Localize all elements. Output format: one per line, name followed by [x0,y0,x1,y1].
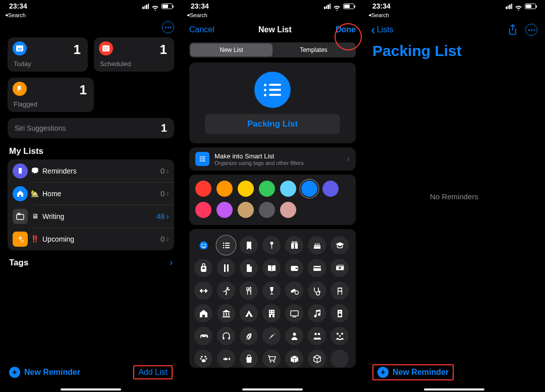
home-indicator[interactable] [242,388,303,390]
pin-icon[interactable] [262,236,281,254]
speaker-icon[interactable] [331,304,349,322]
book-open-icon[interactable] [262,259,281,277]
ruler-pencil-icon[interactable] [217,259,235,277]
color-swatch[interactable] [238,181,254,197]
color-swatch[interactable] [322,181,339,197]
cash-icon[interactable] [331,259,349,277]
backpack-icon[interactable] [194,259,212,277]
back-search-link[interactable]: Search [0,11,182,19]
color-swatch[interactable] [216,202,233,218]
done-button[interactable]: Done [336,25,356,34]
card-scheduled[interactable]: 1 Scheduled [94,37,174,72]
pills-icon[interactable] [285,282,303,300]
color-swatch[interactable] [280,202,296,218]
new-reminder-button[interactable]: + New Reminder [377,367,449,378]
pawprint-icon[interactable] [194,350,212,368]
box-icon[interactable] [285,350,303,368]
fish-icon[interactable] [217,350,235,368]
svg-rect-54 [202,290,205,291]
leaf-icon[interactable] [240,327,258,345]
tent-icon[interactable] [240,304,258,322]
section-tags[interactable]: Tags › [8,250,174,275]
birthday-cake-icon[interactable] [308,236,326,254]
graduation-cap-icon[interactable] [331,236,349,254]
credit-card-icon[interactable] [308,259,326,277]
icon-option[interactable] [331,350,349,368]
home-indicator[interactable] [424,388,484,390]
building-columns-icon[interactable] [217,304,235,322]
fork-knife-icon[interactable] [240,282,258,300]
color-swatch[interactable] [195,181,211,197]
chair-icon[interactable] [331,282,349,300]
battery-icon [525,4,536,9]
tv-icon[interactable] [285,304,303,322]
smart-list-row[interactable]: Make into Smart List Organize using tags… [189,147,356,171]
color-swatch[interactable] [259,181,275,197]
more-options-button[interactable] [525,24,537,36]
stethoscope-icon[interactable] [308,282,326,300]
label: Today [14,60,31,68]
svg-point-5 [105,47,106,48]
game-controller-icon[interactable] [194,327,212,345]
building-icon[interactable] [262,304,281,322]
list-bullet-icon[interactable] [217,236,235,254]
wifi-icon [151,4,159,9]
cart-icon[interactable] [262,350,281,368]
list-item[interactable]: 💭 Reminders 0 › [8,159,174,182]
label: Siri Suggestions [15,124,66,132]
list-item[interactable]: 🏡 Home 0 › [8,182,174,205]
headphones-icon[interactable] [217,327,235,345]
carrot-icon[interactable] [262,327,281,345]
list-name-input[interactable]: Packing List [205,114,340,134]
wine-glass-icon[interactable] [262,282,281,300]
color-swatch[interactable] [301,181,317,197]
card-today[interactable]: 22 1 Today [8,37,88,72]
person-icon[interactable] [285,327,303,345]
more-options-button[interactable] [162,21,174,33]
list-item[interactable]: ‼️ Upcoming 0 › [8,228,174,250]
back-to-lists-button[interactable]: Lists [371,25,394,34]
new-reminder-button[interactable]: + New Reminder [9,367,80,378]
share-icon[interactable] [508,24,517,35]
back-search-link[interactable]: Search [363,11,545,19]
two-persons-icon[interactable] [308,327,326,345]
svg-rect-35 [315,243,316,245]
bookmark-icon[interactable] [240,236,258,254]
family-icon[interactable] [331,327,349,345]
svg-rect-36 [316,243,317,245]
home-icon [13,186,28,201]
document-icon[interactable] [240,259,258,277]
cube-icon[interactable] [308,350,326,368]
running-icon[interactable] [217,282,235,300]
svg-rect-46 [313,267,321,268]
smiley-icon[interactable] [194,236,212,254]
color-swatch[interactable] [259,202,275,218]
back-search-link[interactable]: Search [182,11,363,19]
card-siri-suggestions[interactable]: Siri Suggestions 1 [8,118,174,138]
wallet-icon[interactable] [285,259,303,277]
screen-packing-list: 23:34 Search Lists Packing List No Remin… [363,0,545,392]
svg-point-6 [107,47,108,48]
cancel-button[interactable]: Cancel [189,25,214,34]
add-list-button[interactable]: Add List [138,368,168,376]
highlight-add-list: Add List [133,365,173,379]
house-icon[interactable] [194,304,212,322]
color-swatch[interactable] [280,181,296,197]
dumbbell-icon[interactable] [194,282,212,300]
color-swatch[interactable] [195,202,211,218]
svg-point-83 [206,337,207,338]
segment-templates[interactable]: Templates [272,43,355,57]
segment-new-list[interactable]: New List [190,43,272,57]
segmented-control[interactable]: New List Templates [189,42,356,58]
nav-bar: Lists [363,19,545,40]
list-item[interactable]: 🖥 Writing 48 › [8,205,174,228]
music-note-icon[interactable] [308,304,326,322]
svg-point-7 [104,49,105,50]
gift-icon[interactable] [285,236,303,254]
color-swatch[interactable] [238,202,254,218]
card-flagged[interactable]: 1 Flagged [8,78,94,112]
shopping-bag-icon[interactable] [240,350,258,368]
svg-point-89 [337,332,339,334]
home-indicator[interactable] [61,388,121,390]
color-swatch[interactable] [216,181,233,197]
